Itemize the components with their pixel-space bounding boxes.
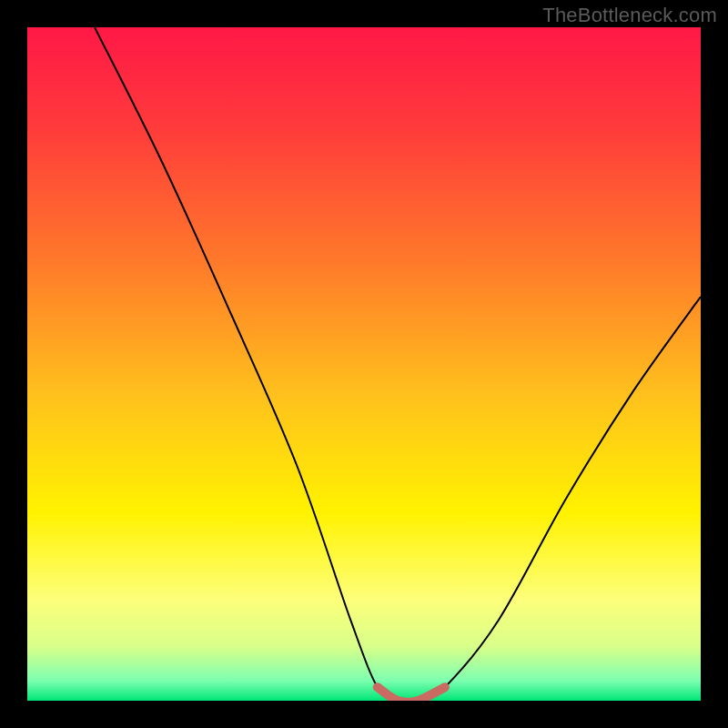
chart-background (27, 27, 701, 701)
watermark-label: TheBottleneck.com (542, 4, 717, 27)
chart-frame: TheBottleneck.com (0, 0, 728, 728)
chart-svg (27, 27, 701, 701)
bottleneck-chart (27, 27, 701, 701)
